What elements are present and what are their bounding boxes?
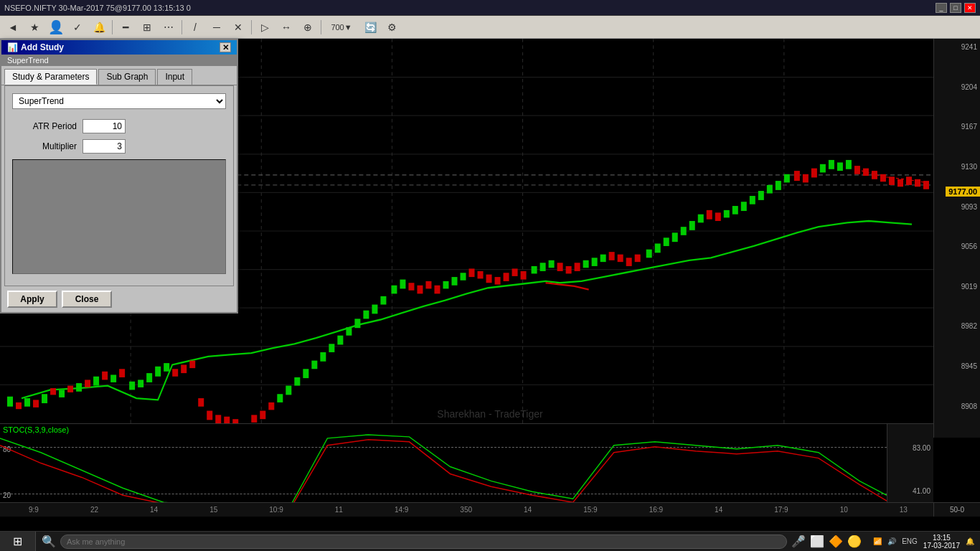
svg-rect-67 [443, 281, 448, 288]
svg-rect-81 [566, 266, 572, 273]
price-level-9056: 9056 [961, 242, 977, 250]
price-level-9167: 9167 [961, 123, 977, 131]
chrome-icon[interactable]: 🔶 [829, 534, 843, 548]
play-btn[interactable]: ▷ [255, 18, 275, 37]
svg-rect-96 [698, 215, 704, 223]
language-label: ENG [902, 537, 918, 545]
period-btn[interactable]: 700▼ [324, 18, 359, 37]
settings-btn[interactable]: ⚙ [382, 18, 402, 37]
taskbar-icons: 🔍 🎤 ⬜ 🔶 🟡 [36, 534, 867, 549]
svg-rect-102 [750, 196, 755, 204]
taskbar: ⊞ 🔍 🎤 ⬜ 🔶 🟡 📶 🔊 ENG 13:15 17-03-2017 🔔 [0, 531, 980, 551]
tab-sub-graph[interactable]: Sub Graph [98, 69, 156, 85]
svg-rect-63 [408, 283, 414, 290]
svg-rect-46 [260, 411, 265, 420]
svg-rect-71 [478, 271, 484, 278]
time-label-8: 14 [524, 506, 532, 514]
horiz-btn[interactable]: ─ [207, 18, 227, 37]
sep4 [321, 20, 321, 34]
grid-btn[interactable]: ⊞ [137, 18, 157, 37]
cross-btn[interactable]: ✕ [228, 18, 248, 37]
time-label-3: 15 [209, 506, 217, 514]
close-btn[interactable]: ✕ [964, 3, 976, 13]
diagonal-btn[interactable]: / [185, 18, 205, 37]
study-dropdown[interactable]: SuperTrend [12, 93, 226, 109]
zoom-btn[interactable]: ⊕ [298, 18, 318, 37]
check-btn[interactable]: ✓ [67, 18, 88, 37]
svg-rect-68 [451, 277, 457, 286]
sep3 [251, 20, 252, 34]
svg-rect-120 [906, 176, 912, 185]
time-label-9: 15:9 [583, 506, 597, 514]
atr-period-input[interactable] [83, 119, 126, 133]
svg-rect-53 [320, 352, 326, 362]
line-btn[interactable]: ━ [116, 18, 136, 37]
svg-rect-74 [504, 273, 509, 281]
svg-rect-30 [119, 369, 125, 377]
svg-rect-88 [626, 258, 632, 266]
title-controls[interactable]: _ □ ✕ [936, 3, 976, 13]
svg-rect-121 [915, 179, 920, 187]
tab-input[interactable]: Input [157, 69, 192, 85]
svg-rect-92 [664, 237, 669, 246]
svg-rect-35 [164, 363, 169, 372]
current-price-label: 9177.00 [946, 187, 980, 197]
svg-rect-61 [391, 286, 397, 294]
title-text: NSEFO.NIFTY 30-Mar-2017 75@9177.00 13:15… [4, 4, 191, 12]
minimize-btn[interactable]: _ [936, 3, 947, 13]
tab-study-parameters[interactable]: Study & Parameters [4, 69, 97, 85]
maximize-btn[interactable]: □ [950, 3, 961, 13]
notification-icon[interactable]: 🔔 [966, 537, 974, 545]
svg-rect-27 [93, 377, 99, 386]
svg-rect-85 [600, 255, 606, 262]
bell-btn[interactable]: 🔔 [89, 18, 109, 37]
dialog-content: SuperTrend ATR Period Multiplier [4, 85, 234, 286]
dialog-close-btn[interactable]: ✕ [220, 42, 231, 52]
svg-rect-28 [102, 372, 108, 380]
svg-rect-39 [198, 398, 204, 407]
svg-rect-104 [767, 185, 773, 194]
dialog-title-bar[interactable]: 📊 Add Study ✕ [1, 40, 237, 55]
svg-rect-62 [400, 280, 405, 289]
svg-rect-82 [575, 263, 580, 271]
svg-rect-111 [829, 160, 834, 169]
svg-rect-20 [33, 400, 39, 407]
taskbar-search-input[interactable] [60, 534, 787, 549]
svg-rect-42 [224, 417, 230, 423]
close-button[interactable]: Close [62, 291, 112, 308]
task-view-icon[interactable]: ⬜ [810, 534, 824, 548]
back-btn[interactable]: ◄ [3, 18, 23, 37]
more-btn[interactable]: ⋯ [159, 18, 179, 37]
time-label-11: 14 [715, 506, 722, 514]
svg-rect-51 [303, 369, 308, 378]
multiplier-row: Multiplier [12, 139, 226, 154]
time-axis: 9:9 22 14 15 10:9 11 14:9 350 14 15:9 16… [0, 502, 933, 517]
apply-button[interactable]: Apply [7, 291, 57, 308]
svg-rect-58 [363, 311, 369, 319]
user-btn[interactable]: 👤 [46, 18, 66, 37]
sep1 [112, 20, 113, 34]
svg-rect-64 [417, 286, 423, 294]
expand-btn[interactable]: ↔ [276, 18, 296, 37]
svg-rect-37 [181, 364, 187, 373]
main-area: 9241 9204 9167 9130 9093 9056 9019 8982 … [0, 39, 980, 531]
start-button[interactable]: ⊞ [0, 532, 36, 552]
microphone-icon[interactable]: 🎤 [791, 534, 806, 548]
time-label-1: 22 [90, 506, 98, 514]
refresh-btn[interactable]: 🔄 [360, 18, 380, 37]
svg-rect-112 [837, 162, 843, 171]
windows-icon: ⊞ [13, 534, 22, 548]
time-label-14: 13 [900, 506, 908, 514]
taskbar-date: 17-03-2017 [923, 542, 960, 550]
app-icon[interactable]: 🟡 [847, 534, 862, 548]
multiplier-input[interactable] [83, 139, 126, 154]
svg-rect-100 [732, 206, 738, 215]
price-axis: 9241 9204 9167 9130 9093 9056 9019 8982 … [933, 39, 980, 438]
sep2 [182, 20, 182, 34]
time-label-7: 350 [460, 506, 472, 514]
svg-rect-29 [110, 375, 116, 382]
svg-rect-19 [24, 398, 30, 407]
price-level-9093: 9093 [961, 202, 977, 210]
atr-period-row: ATR Period [12, 119, 226, 133]
star-btn[interactable]: ★ [24, 18, 44, 37]
